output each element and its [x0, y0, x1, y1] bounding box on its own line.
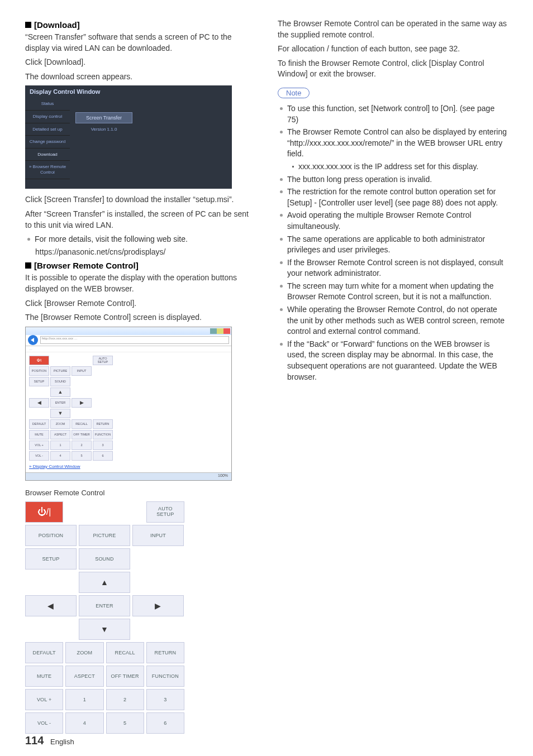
- page-number: 114: [25, 734, 44, 747]
- mini-enter-button[interactable]: ENTER: [50, 398, 70, 408]
- vol-up-button[interactable]: VOL +: [25, 689, 63, 710]
- note-item-0: To use this function, set [Network contr…: [278, 103, 508, 125]
- dcw-sb-download[interactable]: Download: [25, 149, 70, 161]
- mini-function-button[interactable]: FUNCTION: [93, 430, 113, 439]
- dcw-sb-display-control[interactable]: Display control: [25, 111, 70, 123]
- mini-picture-button[interactable]: PICTURE: [50, 366, 70, 376]
- mini-aspect-button[interactable]: ASPECT: [50, 430, 70, 439]
- num-3-button[interactable]: 3: [146, 689, 184, 710]
- right-p3: To finish the Browser Remote Control, cl…: [278, 58, 508, 80]
- browser-url-field[interactable]: http://xxx.xxx.xxx.xxx …: [40, 336, 229, 344]
- rp-row-mid: ◀ ENTER ▶: [25, 595, 184, 616]
- right-p1: The Browser Remote Control can be operat…: [278, 18, 508, 40]
- mini-down-button[interactable]: ▼: [50, 409, 70, 418]
- mini-n2-button[interactable]: 2: [72, 441, 92, 450]
- browser-screenshot: http://xxx.xxx.xxx.xxx … … ⏻/| AUTO SETU…: [25, 327, 232, 481]
- rp-row-d: VOL - 4 5 6: [25, 712, 184, 734]
- note-text-7: The screen may turn white for a moment w…: [287, 281, 508, 303]
- setup-button[interactable]: SETUP: [25, 548, 77, 570]
- mini-input-button[interactable]: INPUT: [72, 366, 92, 376]
- mini-sound-button[interactable]: SOUND: [50, 377, 70, 386]
- note-text-0: To use this function, set [Network contr…: [287, 103, 508, 125]
- num-2-button[interactable]: 2: [106, 689, 144, 710]
- mini-right-button[interactable]: ▶: [72, 398, 92, 408]
- mini-n6-button[interactable]: 6: [93, 451, 113, 461]
- mini-recall-button[interactable]: RECALL: [72, 419, 92, 429]
- download-heading-text: [Download]: [34, 20, 80, 30]
- mini-autosetup-button[interactable]: AUTO SETUP: [93, 356, 113, 365]
- dcw-main: Screen Transfer Version 1.1.0: [75, 112, 132, 132]
- download-p2: Click [Download].: [25, 57, 255, 68]
- mini-power-button[interactable]: ⏻/|: [29, 356, 49, 365]
- note-pill: Note: [278, 88, 310, 98]
- function-button[interactable]: FUNCTION: [146, 666, 184, 687]
- down-button[interactable]: ▼: [79, 619, 130, 640]
- vol-down-button[interactable]: VOL -: [25, 712, 63, 734]
- mini-return-button[interactable]: RETURN: [93, 419, 113, 429]
- download-p5: After “Screen Transfer” is installed, th…: [25, 209, 255, 231]
- num-5-button[interactable]: 5: [106, 712, 144, 734]
- mini-n1-button[interactable]: 1: [50, 441, 70, 450]
- input-button[interactable]: INPUT: [132, 525, 184, 546]
- num-1-button[interactable]: 1: [65, 689, 103, 710]
- rp-row-down: ▼: [25, 619, 184, 640]
- return-button[interactable]: RETURN: [146, 642, 184, 663]
- mini-up-button[interactable]: ▲: [50, 387, 70, 397]
- num-4-button[interactable]: 4: [65, 712, 103, 734]
- mini-offtimer-button[interactable]: OFF TIMER: [72, 430, 92, 439]
- dcw-sb-detailed-setup[interactable]: Detailed set up: [25, 123, 70, 136]
- mini-setup-button[interactable]: SETUP: [29, 377, 49, 386]
- rp-row-c: VOL + 1 2 3: [25, 689, 184, 710]
- download-bullet-1-text: For more details, visit the following we…: [35, 234, 255, 245]
- left-button[interactable]: ◀: [25, 595, 77, 616]
- zoom-button[interactable]: ZOOM: [65, 642, 103, 663]
- down-arrow-icon: ▼: [101, 625, 108, 634]
- subnote-text: xxx.xxx.xxx.xxx is the IP address set fo…: [298, 161, 508, 173]
- up-button[interactable]: ▲: [79, 572, 130, 593]
- sound-button[interactable]: SOUND: [79, 548, 130, 570]
- dcw-sb-change-password[interactable]: Change password: [25, 136, 70, 149]
- position-button[interactable]: POSITION: [25, 525, 77, 546]
- note-text-1: The Browser Remote Control can also be d…: [287, 127, 508, 160]
- mini-voldown-button[interactable]: VOL -: [29, 451, 49, 461]
- mini-volup-button[interactable]: VOL +: [29, 441, 49, 450]
- dcw-sb-status[interactable]: Status: [25, 98, 70, 111]
- right-column: The Browser Remote Control can be operat…: [278, 17, 508, 736]
- bullet-icon: [280, 238, 283, 241]
- mini-position-button[interactable]: POSITION: [29, 366, 49, 376]
- browser-back-icon[interactable]: [28, 335, 38, 345]
- rp-row-up: ▲: [25, 572, 184, 593]
- bullet-icon: [280, 178, 283, 181]
- mini-default-button[interactable]: DEFAULT: [29, 419, 49, 429]
- mini-zoom-button[interactable]: ZOOM: [50, 419, 70, 429]
- mini-left-button[interactable]: ◀: [29, 398, 49, 408]
- browser-toolbar: http://xxx.xxx.xxx.xxx …: [26, 335, 231, 346]
- mini-n3-button[interactable]: 3: [93, 441, 113, 450]
- mini-n4-button[interactable]: 4: [50, 451, 70, 461]
- rp-row-3: SETUP SOUND: [25, 548, 184, 570]
- bullet-icon: [280, 190, 283, 193]
- right-button[interactable]: ▶: [132, 595, 184, 616]
- bullet-icon: [280, 285, 283, 288]
- dcw-sb-browser-remote[interactable]: » Browser Remote Control: [25, 161, 70, 179]
- recall-button[interactable]: RECALL: [106, 642, 144, 663]
- mini-n5-button[interactable]: 5: [72, 451, 92, 461]
- picture-button[interactable]: PICTURE: [79, 525, 130, 546]
- default-button[interactable]: DEFAULT: [25, 642, 63, 663]
- brc-p7: Click [Browser Remote Control].: [25, 298, 255, 309]
- num-6-button[interactable]: 6: [146, 712, 184, 734]
- page-language: English: [50, 738, 74, 746]
- note-item-5: The same operations are applicable to bo…: [278, 234, 508, 256]
- brc-p8: The [Browser Remote Control] screen is d…: [25, 312, 255, 323]
- auto-setup-button[interactable]: AUTO SETUP: [146, 501, 184, 523]
- up-arrow-icon: ▲: [101, 578, 108, 587]
- mini-mute-button[interactable]: MUTE: [29, 430, 49, 439]
- aspect-button[interactable]: ASPECT: [65, 666, 103, 687]
- display-control-window-link[interactable]: » Display Control Window: [29, 464, 228, 469]
- power-button[interactable]: ⏻/|: [25, 501, 63, 523]
- offtimer-button[interactable]: OFF TIMER: [106, 666, 144, 687]
- mute-button[interactable]: MUTE: [25, 666, 63, 687]
- mini-remote-grid: ⏻/| AUTO SETUP POSITION PICTURE INPUT SE…: [29, 356, 228, 461]
- enter-button[interactable]: ENTER: [79, 595, 130, 616]
- screen-transfer-button[interactable]: Screen Transfer: [75, 112, 132, 123]
